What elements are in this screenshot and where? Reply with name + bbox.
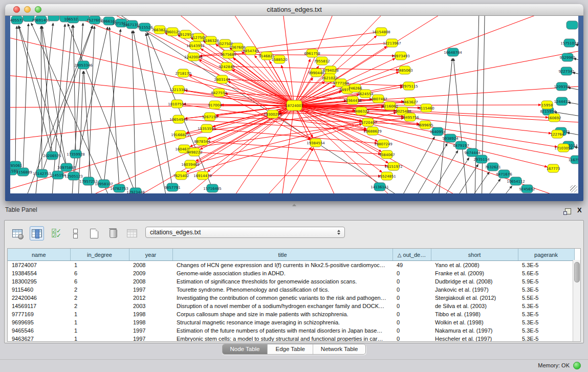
- table-cell[interactable]: 1: [70, 335, 129, 342]
- table-cell[interactable]: 0: [393, 326, 431, 335]
- table-mode-button[interactable]: [11, 227, 24, 240]
- table-cell[interactable]: 9115460: [8, 286, 70, 294]
- table-cell[interactable]: Wolkin et al. (1998): [431, 318, 518, 326]
- table-cell[interactable]: 1: [70, 326, 129, 335]
- panel-drag-handle-icon[interactable]: [292, 204, 296, 206]
- table-cell[interactable]: 1: [70, 261, 129, 270]
- column-header[interactable]: short: [431, 249, 518, 261]
- graph-edge[interactable]: [575, 147, 578, 152]
- tab-node-table[interactable]: Node Table: [223, 344, 268, 354]
- table-cell[interactable]: 2012: [129, 294, 172, 302]
- table-cell[interactable]: 5.5E-5: [518, 294, 574, 302]
- table-cell[interactable]: Jankovic et al. (1997): [431, 286, 518, 294]
- graph-node[interactable]: [48, 16, 59, 21]
- table-row[interactable]: 1830029562008Estimation of significance …: [8, 277, 574, 286]
- window-titlebar[interactable]: citations_edges.txt: [5, 4, 583, 16]
- table-row[interactable]: 1938455462009Genome-wide association stu…: [8, 269, 574, 277]
- select-all-button[interactable]: ☑✓☑✓: [50, 227, 63, 240]
- resize-grip-icon[interactable]: [570, 185, 577, 192]
- table-cell[interactable]: 1998: [129, 318, 172, 326]
- table-row[interactable]: 911546021997Tourette syndrome. Phenomeno…: [8, 286, 574, 294]
- table-cell[interactable]: Changes of HCN gene expression and I(f) …: [172, 261, 393, 270]
- table-row[interactable]: 1872400712008Changes of HCN gene express…: [8, 261, 574, 270]
- table-cell[interactable]: 2008: [129, 261, 172, 270]
- network-canvas[interactable]: 1405572420691406106532871527602696616010…: [10, 16, 578, 193]
- graph-edge[interactable]: [132, 31, 136, 192]
- table-cell[interactable]: 5.3E-5: [518, 286, 574, 294]
- graph-edge[interactable]: [41, 26, 42, 173]
- table-cell[interactable]: 0: [393, 269, 431, 277]
- table-row[interactable]: 977716911998Corpus callosum shape and si…: [8, 310, 574, 318]
- table-cell[interactable]: 0: [393, 318, 431, 326]
- scrollbar-thumb[interactable]: [574, 262, 580, 282]
- graph-edge[interactable]: [189, 75, 294, 105]
- graph-edge[interactable]: [84, 71, 95, 193]
- vertical-scrollbar[interactable]: [573, 260, 580, 341]
- show-columns-button[interactable]: [30, 226, 44, 240]
- table-cell[interactable]: 5.3E-5: [518, 326, 574, 335]
- graph-edge[interactable]: [203, 176, 381, 176]
- table-cell[interactable]: 2: [70, 302, 129, 310]
- table-cell[interactable]: 2008: [129, 277, 172, 286]
- tab-edge-table[interactable]: Edge Table: [267, 344, 312, 354]
- table-selector-dropdown[interactable]: citations_edges.txt: [145, 227, 345, 238]
- table-cell[interactable]: 0: [393, 302, 431, 310]
- table-cell[interactable]: 0: [393, 294, 431, 302]
- table-cell[interactable]: 9465546: [8, 326, 70, 335]
- table-row[interactable]: 946362711997Embryonic stem cells: a mode…: [8, 335, 574, 342]
- table-cell[interactable]: 5.3E-5: [518, 318, 574, 326]
- table-cell[interactable]: 1997: [129, 326, 172, 335]
- table-cell[interactable]: 2: [70, 286, 129, 294]
- table-cell[interactable]: 6: [70, 269, 129, 277]
- graph-edge[interactable]: [453, 58, 472, 193]
- graph-edge[interactable]: [10, 105, 294, 193]
- graph-edge[interactable]: [110, 27, 119, 188]
- column-header[interactable]: pagerank: [518, 249, 574, 261]
- delete-columns-button[interactable]: [106, 227, 120, 240]
- table-cell[interactable]: 14569117: [8, 302, 70, 310]
- graph-edge[interactable]: [10, 105, 294, 193]
- tab-network-table[interactable]: Network Table: [313, 344, 366, 354]
- graph-edge[interactable]: [15, 26, 17, 165]
- table-cell[interactable]: Hescheler et al. (1997): [431, 335, 518, 342]
- table-cell[interactable]: Nakamura et al. (1997): [431, 326, 518, 335]
- table-cell[interactable]: Investigating the contribution of common…: [172, 294, 393, 302]
- graph-nodes[interactable]: 1405572420691406106532871527602696616010…: [10, 16, 578, 193]
- table-row[interactable]: 969969511998Structural magnetic resonanc…: [8, 318, 574, 326]
- table-cell[interactable]: Structural magnetic resonance image aver…: [172, 318, 393, 326]
- close-panel-icon[interactable]: X: [577, 206, 582, 214]
- table-cell[interactable]: 49: [393, 261, 431, 270]
- graph-edge[interactable]: [294, 105, 578, 193]
- table-cell[interactable]: Estimation of the future numbers of pati…: [172, 326, 393, 335]
- table-cell[interactable]: Estimation of significance thresholds fo…: [172, 277, 393, 286]
- graph-node[interactable]: [567, 21, 578, 29]
- minimize-button[interactable]: [24, 6, 31, 13]
- graph-edge[interactable]: [294, 105, 353, 193]
- table-cell[interactable]: Yano et al. (2008): [431, 261, 518, 270]
- table-cell[interactable]: 1: [70, 310, 129, 318]
- table-cell[interactable]: Tourette syndrome. Phenomenology and cla…: [172, 286, 393, 294]
- table-cell[interactable]: 5.3E-5: [518, 261, 574, 270]
- table-cell[interactable]: 22420046: [8, 294, 70, 302]
- table-cell[interactable]: 1998: [129, 310, 172, 318]
- table-cell[interactable]: Tibbo et al. (1998): [431, 310, 518, 318]
- table-cell[interactable]: 1997: [129, 286, 172, 294]
- table-cell[interactable]: 0: [393, 286, 431, 294]
- column-header[interactable]: in_degree: [70, 249, 129, 261]
- float-window-icon[interactable]: [565, 208, 571, 214]
- table-cell[interactable]: Stergiakouli et al. (2012): [431, 294, 518, 302]
- graph-edge[interactable]: [18, 26, 52, 156]
- graph-edge[interactable]: [199, 59, 294, 105]
- column-header[interactable]: △out_de…: [393, 249, 431, 261]
- graph-edge[interactable]: [402, 150, 458, 193]
- graph-edge[interactable]: [202, 141, 381, 154]
- graph-edge[interactable]: [434, 58, 452, 193]
- column-header[interactable]: name: [8, 249, 70, 261]
- table-cell[interactable]: 19384554: [8, 269, 70, 277]
- table-cell[interactable]: 2: [70, 294, 129, 302]
- table-row[interactable]: 1456911722003Disruption of a novel membe…: [8, 302, 574, 310]
- create-column-button[interactable]: [88, 227, 101, 240]
- table-cell[interactable]: Dudbridge et al. (2008): [431, 277, 518, 286]
- column-header[interactable]: title: [172, 249, 393, 261]
- table-cell[interactable]: 0: [393, 335, 431, 342]
